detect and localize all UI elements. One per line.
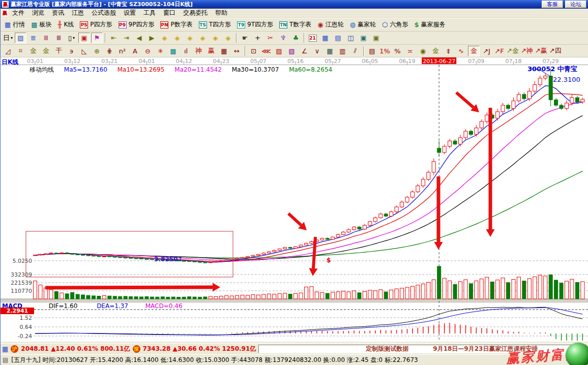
compress-x-button[interactable]: ◈ <box>159 33 170 43</box>
period-day-selector[interactable]: 日▾ <box>2 33 14 43</box>
kefu-button[interactable]: 客服 <box>542 1 563 8</box>
angle-ruler-tool[interactable]: ◺ <box>78 46 90 56</box>
menu-item-1[interactable]: 文件 <box>9 9 28 17</box>
percent-tool[interactable]: % <box>392 46 403 56</box>
retrace-tool[interactable]: ≍ <box>404 46 416 56</box>
save-button[interactable]: ◫ <box>345 33 357 43</box>
menu-item-10[interactable]: 帮助 <box>212 9 231 17</box>
menu-item-3[interactable]: 资讯 <box>48 9 68 17</box>
gann-tool-purple-button[interactable]: ♆ <box>277 33 289 43</box>
n-square-tool[interactable]: n² <box>116 46 128 56</box>
t-square-button[interactable]: TST四方形 <box>196 20 234 29</box>
compress-all-button[interactable]: ◈ <box>210 33 221 43</box>
menu-item-8[interactable]: 窗口 <box>160 9 179 17</box>
status-grid-icon[interactable]: ▤ <box>3 356 8 363</box>
9p-square-button[interactable]: P99P四方形 <box>115 20 158 29</box>
hatch-tool[interactable]: ▨ <box>273 46 285 56</box>
hexagon-button[interactable]: ⬡六角形 <box>379 20 411 29</box>
j-angle-tool[interactable]: ↗J <box>481 46 492 56</box>
golden-box-tool[interactable]: 金 <box>40 46 52 56</box>
split-9-button[interactable]: Ⅲ <box>53 33 65 43</box>
golden-grid-tool[interactable]: 金 <box>27 46 39 56</box>
remote-order-button[interactable]: ▣ <box>370 33 382 43</box>
a-ruler-tool[interactable]: A <box>129 46 141 56</box>
ying-tool[interactable]: 赢 <box>205 46 217 56</box>
drag-hand-button[interactable]: ☛ <box>239 33 251 43</box>
compress-y-button[interactable]: ◈ <box>184 33 196 43</box>
expand-x-button[interactable]: ◈ <box>171 33 183 43</box>
first-page-button[interactable]: ⇤ <box>108 33 120 43</box>
expand-y-button[interactable]: ◈ <box>197 33 209 43</box>
gold-fan-tool[interactable]: ↗金 <box>506 46 519 56</box>
menu-item-7[interactable]: 工具 <box>140 9 159 17</box>
remote-data-button[interactable]: ▣ <box>358 33 369 43</box>
spiral-tool[interactable]: ϶ <box>66 46 77 56</box>
vee-tool[interactable]: ∨ <box>311 46 323 56</box>
shen-fan-tool[interactable]: ↗神 <box>520 46 534 56</box>
four-fan-tool[interactable]: ↗四 <box>549 46 562 56</box>
f-angle-tool[interactable]: ↗F <box>493 46 505 56</box>
wave-tool[interactable]: ∿ <box>455 46 467 56</box>
pen-tool[interactable]: ‡ <box>443 46 454 56</box>
parallel-tool[interactable]: ⫽ <box>349 46 361 56</box>
menu-item-9[interactable]: 交易委托 <box>180 9 211 17</box>
prev-button[interactable]: ◀ <box>133 33 145 43</box>
split-3-button[interactable]: Ⅲ <box>40 33 52 43</box>
menu-item-2[interactable]: 浏览 <box>28 9 48 17</box>
candle-style-selector[interactable]: ▯▾ <box>66 33 77 43</box>
p-table-button[interactable]: PNP数字表 <box>157 20 195 29</box>
next-button[interactable]: ▶ <box>146 33 158 43</box>
dense-grid-tool[interactable]: ▦ <box>324 46 336 56</box>
memo-button[interactable]: ▤ <box>332 33 344 43</box>
forum-button[interactable]: 论坛 <box>565 1 586 8</box>
menu-item-5[interactable]: 公式选股 <box>88 9 120 17</box>
winner-ball-logo[interactable] <box>566 343 588 365</box>
grid-tool[interactable]: ⌗ <box>15 46 26 56</box>
winner-wheel-button[interactable]: ◍赢家轮 <box>347 20 379 29</box>
measure-button[interactable]: ✂ <box>264 33 276 43</box>
chart-style-button[interactable]: ▧ <box>15 33 26 43</box>
fan-lines-tool[interactable]: ⋘ <box>260 46 272 56</box>
table-tool[interactable]: ▦ <box>218 46 230 56</box>
kline-chart-svg[interactable]: 03-0103-1203-2104-0104-1204-2305-0705-16… <box>1 57 588 343</box>
menu-item-4[interactable]: 江恩 <box>68 9 87 17</box>
expand-all-button[interactable]: ◈ <box>222 33 234 43</box>
shade-tool[interactable]: ▧ <box>286 46 298 56</box>
region-select-button[interactable]: ▣ <box>78 33 90 43</box>
chart-area[interactable]: 03-0103-1203-2104-0104-1204-2305-0705-16… <box>1 57 588 343</box>
matrix-tool[interactable]: ▩ <box>167 46 179 56</box>
angle-line-tool[interactable]: ∠ <box>299 46 310 56</box>
quotes-button[interactable]: ▦行情 <box>2 20 28 29</box>
gold-circle-tool[interactable]: ◉ <box>417 46 429 56</box>
t-table-button[interactable]: TNT数字表 <box>276 20 314 29</box>
gann-tool-green-button[interactable]: ♣ <box>290 33 302 43</box>
calculator-button[interactable]: ▦ <box>319 33 331 43</box>
gann-grid-tool[interactable]: ⋕ <box>104 46 115 56</box>
gann-circle-tool[interactable]: ⊕ <box>91 46 103 56</box>
info-panel-button[interactable]: ≣ <box>27 33 39 43</box>
color-flag-button[interactable]: ⚑ <box>91 33 103 43</box>
gold-angle-tool[interactable]: 金 <box>468 46 480 56</box>
fib-time-tool[interactable]: 干 <box>53 46 65 56</box>
last-page-button[interactable]: ⇥ <box>121 33 132 43</box>
levels-tool[interactable]: ▤ <box>366 46 378 56</box>
band-tool[interactable]: ▥ <box>337 46 348 56</box>
compass-tool[interactable]: ◿ <box>2 46 14 56</box>
kline-button[interactable]: ╫K线 <box>55 20 77 29</box>
span-tool[interactable]: ↔ <box>231 46 243 56</box>
winner-service-button[interactable]: $赢家服务 <box>411 20 448 29</box>
p-square-button[interactable]: PSP四方形 <box>77 20 115 29</box>
9t-square-button[interactable]: T99T四方形 <box>234 20 276 29</box>
shen-tool[interactable]: 神 <box>193 46 204 56</box>
sectors-button[interactable]: ▩板块 <box>28 20 54 29</box>
percent-ruler-tool[interactable]: 1% <box>379 46 391 56</box>
menu-item-6[interactable]: 设置 <box>120 9 139 17</box>
star-tool[interactable]: ✳ <box>155 46 166 56</box>
crosshair-button[interactable]: + <box>252 33 263 43</box>
box-tool[interactable]: ⊡ <box>248 46 259 56</box>
ying-fan-tool[interactable]: ↗赢 <box>535 46 548 56</box>
tick-tool[interactable]: ıl <box>180 46 192 56</box>
gann-wheel-button[interactable]: ◉江恩轮 <box>314 20 346 29</box>
market-table-icon[interactable]: ▦ <box>2 345 8 353</box>
cycle-line-tool[interactable]: ⊖ <box>142 46 154 56</box>
